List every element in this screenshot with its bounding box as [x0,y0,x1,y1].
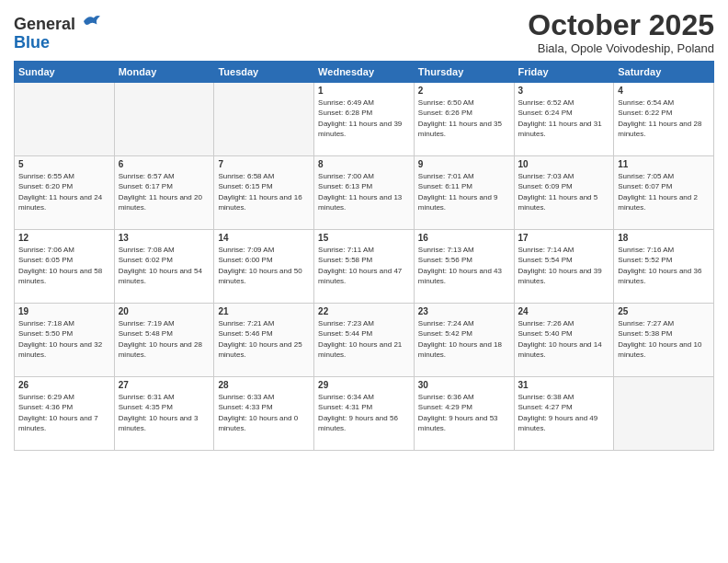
day-number: 5 [18,159,110,169]
day-number: 24 [518,306,610,316]
page-header: General Blue October 2025 Biala, Opole V… [14,9,714,55]
calendar-cell: 7Sunrise: 6:58 AMSunset: 6:15 PMDaylight… [214,156,314,230]
day-number: 25 [618,306,710,316]
day-number: 11 [618,159,710,169]
logo-general: General [14,15,75,33]
day-info: Sunrise: 7:03 AMSunset: 6:09 PMDaylight:… [518,171,610,213]
calendar-cell: 20Sunrise: 7:19 AMSunset: 5:48 PMDayligh… [114,304,214,377]
logo-blue: Blue [14,33,50,52]
calendar-week-row: 26Sunrise: 6:29 AMSunset: 4:36 PMDayligh… [15,377,714,451]
day-number: 27 [119,380,210,390]
day-number: 9 [418,159,510,169]
day-number: 14 [218,233,310,243]
day-number: 12 [18,233,110,243]
page-container: General Blue October 2025 Biala, Opole V… [0,0,728,460]
day-number: 3 [518,86,610,96]
day-number: 20 [119,306,210,316]
day-info: Sunrise: 6:57 AMSunset: 6:17 PMDaylight:… [119,171,210,213]
calendar-cell: 26Sunrise: 6:29 AMSunset: 4:36 PMDayligh… [15,377,115,451]
day-info: Sunrise: 6:36 AMSunset: 4:29 PMDaylight:… [418,392,510,433]
day-number: 7 [218,159,310,169]
calendar-cell: 16Sunrise: 7:13 AMSunset: 5:56 PMDayligh… [414,230,514,304]
calendar-cell: 5Sunrise: 6:55 AMSunset: 6:20 PMDaylight… [15,156,115,230]
calendar-week-row: 5Sunrise: 6:55 AMSunset: 6:20 PMDaylight… [15,156,714,230]
calendar-week-row: 19Sunrise: 7:18 AMSunset: 5:50 PMDayligh… [15,304,714,377]
calendar-cell: 10Sunrise: 7:03 AMSunset: 6:09 PMDayligh… [514,156,614,230]
day-info: Sunrise: 7:00 AMSunset: 6:13 PMDaylight:… [318,171,410,213]
calendar-header-row: SundayMondayTuesdayWednesdayThursdayFrid… [15,62,714,83]
calendar-cell: 28Sunrise: 6:33 AMSunset: 4:33 PMDayligh… [214,377,314,451]
day-number: 18 [618,233,710,243]
day-info: Sunrise: 7:24 AMSunset: 5:42 PMDaylight:… [418,318,510,360]
calendar-cell: 14Sunrise: 7:09 AMSunset: 6:00 PMDayligh… [214,230,314,304]
calendar-cell: 12Sunrise: 7:06 AMSunset: 6:05 PMDayligh… [15,230,115,304]
calendar-cell: 9Sunrise: 7:01 AMSunset: 6:11 PMDaylight… [414,156,514,230]
day-number: 29 [318,380,410,390]
day-number: 16 [418,233,510,243]
calendar-cell [114,83,214,156]
day-info: Sunrise: 6:55 AMSunset: 6:20 PMDaylight:… [18,171,110,213]
day-info: Sunrise: 7:09 AMSunset: 6:00 PMDaylight:… [218,245,310,286]
calendar-table: SundayMondayTuesdayWednesdayThursdayFrid… [14,61,714,451]
day-info: Sunrise: 6:50 AMSunset: 6:26 PMDaylight:… [418,98,510,139]
logo: General Blue [14,13,102,52]
day-number: 26 [18,380,110,390]
col-header-saturday: Saturday [614,62,714,83]
col-header-tuesday: Tuesday [214,62,314,83]
day-info: Sunrise: 7:23 AMSunset: 5:44 PMDaylight:… [318,318,410,360]
day-info: Sunrise: 7:01 AMSunset: 6:11 PMDaylight:… [418,171,510,213]
calendar-cell: 15Sunrise: 7:11 AMSunset: 5:58 PMDayligh… [314,230,415,304]
day-number: 17 [518,233,610,243]
col-header-wednesday: Wednesday [314,62,415,83]
calendar-cell: 19Sunrise: 7:18 AMSunset: 5:50 PMDayligh… [15,304,115,377]
calendar-cell [614,377,714,451]
day-info: Sunrise: 7:21 AMSunset: 5:46 PMDaylight:… [218,318,310,360]
calendar-cell: 17Sunrise: 7:14 AMSunset: 5:54 PMDayligh… [514,230,614,304]
month-title: October 2025 [528,9,714,41]
calendar-cell: 27Sunrise: 6:31 AMSunset: 4:35 PMDayligh… [114,377,214,451]
calendar-cell [15,83,115,156]
calendar-cell: 24Sunrise: 7:26 AMSunset: 5:40 PMDayligh… [514,304,614,377]
location-subtitle: Biala, Opole Voivodeship, Poland [528,41,714,55]
calendar-cell: 2Sunrise: 6:50 AMSunset: 6:26 PMDaylight… [414,83,514,156]
day-info: Sunrise: 6:29 AMSunset: 4:36 PMDaylight:… [18,392,110,433]
logo-bird-icon [82,13,102,29]
calendar-cell: 13Sunrise: 7:08 AMSunset: 6:02 PMDayligh… [114,230,214,304]
day-info: Sunrise: 6:38 AMSunset: 4:27 PMDaylight:… [518,392,610,433]
col-header-friday: Friday [514,62,614,83]
day-number: 4 [618,86,710,96]
day-info: Sunrise: 6:49 AMSunset: 6:28 PMDaylight:… [318,98,410,139]
calendar-cell: 23Sunrise: 7:24 AMSunset: 5:42 PMDayligh… [414,304,514,377]
day-number: 10 [518,159,610,169]
calendar-cell: 3Sunrise: 6:52 AMSunset: 6:24 PMDaylight… [514,83,614,156]
day-number: 23 [418,306,510,316]
day-info: Sunrise: 7:19 AMSunset: 5:48 PMDaylight:… [119,318,210,360]
day-info: Sunrise: 6:31 AMSunset: 4:35 PMDaylight:… [119,392,210,433]
day-info: Sunrise: 7:05 AMSunset: 6:07 PMDaylight:… [618,171,710,213]
col-header-sunday: Sunday [15,62,115,83]
day-info: Sunrise: 7:06 AMSunset: 6:05 PMDaylight:… [18,245,110,286]
day-number: 28 [218,380,310,390]
calendar-cell: 22Sunrise: 7:23 AMSunset: 5:44 PMDayligh… [314,304,415,377]
day-number: 19 [18,306,110,316]
day-info: Sunrise: 7:11 AMSunset: 5:58 PMDaylight:… [318,245,410,286]
day-number: 8 [318,159,410,169]
calendar-cell: 11Sunrise: 7:05 AMSunset: 6:07 PMDayligh… [614,156,714,230]
day-info: Sunrise: 7:13 AMSunset: 5:56 PMDaylight:… [418,245,510,286]
calendar-week-row: 12Sunrise: 7:06 AMSunset: 6:05 PMDayligh… [15,230,714,304]
col-header-thursday: Thursday [414,62,514,83]
day-number: 1 [318,86,410,96]
day-info: Sunrise: 6:52 AMSunset: 6:24 PMDaylight:… [518,98,610,139]
day-info: Sunrise: 6:54 AMSunset: 6:22 PMDaylight:… [618,98,710,139]
day-info: Sunrise: 7:27 AMSunset: 5:38 PMDaylight:… [618,318,710,360]
col-header-monday: Monday [114,62,214,83]
day-number: 31 [518,380,610,390]
day-number: 22 [318,306,410,316]
calendar-cell: 31Sunrise: 6:38 AMSunset: 4:27 PMDayligh… [514,377,614,451]
day-info: Sunrise: 6:34 AMSunset: 4:31 PMDaylight:… [318,392,410,433]
calendar-week-row: 1Sunrise: 6:49 AMSunset: 6:28 PMDaylight… [15,83,714,156]
day-number: 15 [318,233,410,243]
calendar-cell: 25Sunrise: 7:27 AMSunset: 5:38 PMDayligh… [614,304,714,377]
day-info: Sunrise: 7:14 AMSunset: 5:54 PMDaylight:… [518,245,610,286]
day-number: 13 [119,233,210,243]
